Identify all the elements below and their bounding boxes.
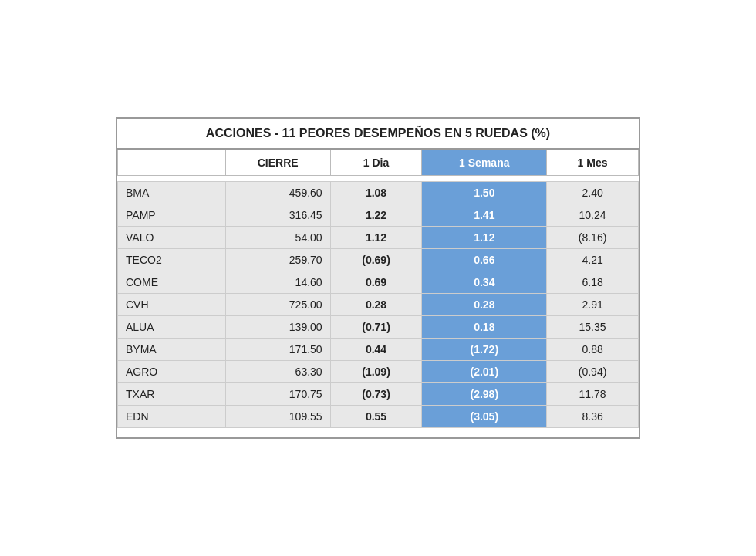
cierre-cell: 459.60 bbox=[225, 182, 330, 204]
ticker-cell: COME bbox=[118, 271, 226, 294]
mes-cell: 2.91 bbox=[547, 294, 639, 316]
semana-cell: 0.66 bbox=[422, 249, 547, 271]
dia-cell: (0.71) bbox=[330, 316, 422, 339]
mes-cell: (8.16) bbox=[547, 227, 639, 249]
semana-cell: (3.05) bbox=[422, 406, 547, 428]
dia-cell: (0.73) bbox=[330, 383, 422, 406]
header-semana: 1 Semana bbox=[422, 150, 547, 176]
semana-cell: (2.01) bbox=[422, 361, 547, 383]
mes-cell: 15.35 bbox=[547, 316, 639, 339]
dia-cell: (0.69) bbox=[330, 249, 422, 271]
header-dia: 1 Dia bbox=[330, 150, 422, 176]
cierre-cell: 14.60 bbox=[225, 271, 330, 294]
cierre-cell: 109.55 bbox=[225, 406, 330, 428]
ticker-cell: BMA bbox=[118, 182, 226, 204]
cierre-cell: 725.00 bbox=[225, 294, 330, 316]
dia-cell: 0.55 bbox=[330, 406, 422, 428]
dia-cell: 1.08 bbox=[330, 182, 422, 204]
semana-cell: 0.28 bbox=[422, 294, 547, 316]
semana-cell: (1.72) bbox=[422, 339, 547, 361]
cierre-cell: 63.30 bbox=[225, 361, 330, 383]
cierre-cell: 171.50 bbox=[225, 339, 330, 361]
table-row: COME14.600.690.346.18 bbox=[118, 271, 639, 294]
ticker-cell: TXAR bbox=[118, 383, 226, 406]
table-row: PAMP316.451.221.4110.24 bbox=[118, 204, 639, 227]
cierre-cell: 54.00 bbox=[225, 227, 330, 249]
dia-cell: (1.09) bbox=[330, 361, 422, 383]
table-title: ACCIONES - 11 PEORES DESEMPEÑOS EN 5 RUE… bbox=[117, 119, 639, 150]
mes-cell: 2.40 bbox=[547, 182, 639, 204]
table-row: ALUA139.00(0.71)0.1815.35 bbox=[118, 316, 639, 339]
semana-cell: (2.98) bbox=[422, 383, 547, 406]
ticker-cell: PAMP bbox=[118, 204, 226, 227]
ticker-cell: ALUA bbox=[118, 316, 226, 339]
cierre-cell: 139.00 bbox=[225, 316, 330, 339]
header-mes: 1 Mes bbox=[547, 150, 639, 176]
table-row: BYMA171.500.44(1.72)0.88 bbox=[118, 339, 639, 361]
ticker-cell: AGRO bbox=[118, 361, 226, 383]
data-table: CIERRE 1 Dia 1 Semana 1 Mes BMA459.601.0… bbox=[117, 150, 639, 437]
table-row: TECO2259.70(0.69)0.664.21 bbox=[118, 249, 639, 271]
semana-cell: 1.41 bbox=[422, 204, 547, 227]
table-row: TXAR170.75(0.73)(2.98)11.78 bbox=[118, 383, 639, 406]
ticker-cell: BYMA bbox=[118, 339, 226, 361]
ticker-cell: CVH bbox=[118, 294, 226, 316]
cierre-cell: 259.70 bbox=[225, 249, 330, 271]
mes-cell: 11.78 bbox=[547, 383, 639, 406]
mes-cell: 8.36 bbox=[547, 406, 639, 428]
header-ticker bbox=[118, 150, 226, 176]
dia-cell: 0.28 bbox=[330, 294, 422, 316]
semana-cell: 0.18 bbox=[422, 316, 547, 339]
mes-cell: (0.94) bbox=[547, 361, 639, 383]
ticker-cell: EDN bbox=[118, 406, 226, 428]
table-row: CVH725.000.280.282.91 bbox=[118, 294, 639, 316]
dia-cell: 1.12 bbox=[330, 227, 422, 249]
ticker-cell: VALO bbox=[118, 227, 226, 249]
table-row: EDN109.550.55(3.05)8.36 bbox=[118, 406, 639, 428]
ticker-cell: TECO2 bbox=[118, 249, 226, 271]
main-table-wrapper: ACCIONES - 11 PEORES DESEMPEÑOS EN 5 RUE… bbox=[116, 117, 640, 439]
semana-cell: 0.34 bbox=[422, 271, 547, 294]
header-cierre: CIERRE bbox=[225, 150, 330, 176]
semana-cell: 1.50 bbox=[422, 182, 547, 204]
table-row: VALO54.001.121.12(8.16) bbox=[118, 227, 639, 249]
dia-cell: 0.69 bbox=[330, 271, 422, 294]
mes-cell: 10.24 bbox=[547, 204, 639, 227]
dia-cell: 0.44 bbox=[330, 339, 422, 361]
mes-cell: 6.18 bbox=[547, 271, 639, 294]
dia-cell: 1.22 bbox=[330, 204, 422, 227]
table-row: AGRO63.30(1.09)(2.01)(0.94) bbox=[118, 361, 639, 383]
table-row: BMA459.601.081.502.40 bbox=[118, 182, 639, 204]
mes-cell: 4.21 bbox=[547, 249, 639, 271]
mes-cell: 0.88 bbox=[547, 339, 639, 361]
semana-cell: 1.12 bbox=[422, 227, 547, 249]
cierre-cell: 170.75 bbox=[225, 383, 330, 406]
cierre-cell: 316.45 bbox=[225, 204, 330, 227]
